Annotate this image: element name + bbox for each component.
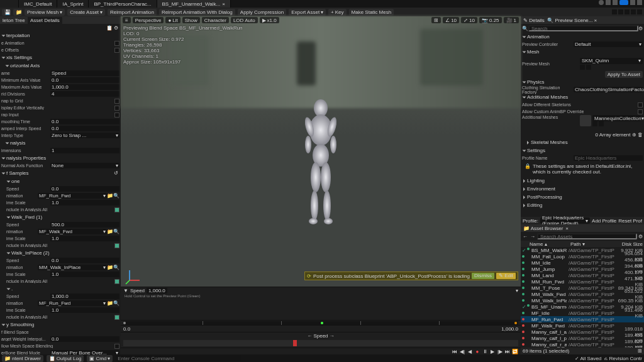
cam-setting[interactable]: 🎥 1 [504, 17, 519, 23]
apply-to-asset-button[interactable]: Apply To Asset [605, 71, 643, 78]
max-axis-input[interactable]: 1,000.0 [50, 84, 119, 90]
dim-input[interactable]: 1 [50, 148, 119, 153]
edit-button[interactable]: ✎ Edit [496, 273, 516, 279]
tab-asset-details[interactable]: Asset Details [28, 17, 62, 24]
add-icon[interactable]: ⊕ [632, 132, 636, 138]
item2-scale[interactable]: 1.0 [50, 272, 119, 277]
close-icon[interactable]: × [565, 226, 569, 231]
viewport-menu[interactable]: ≡ [123, 17, 131, 23]
asset-search[interactable] [537, 233, 637, 239]
item3-anim[interactable]: MF_Run_Fwd▾ [38, 300, 107, 306]
add-profile-button[interactable]: Add Profile [592, 218, 616, 224]
allow-check[interactable] [114, 344, 119, 349]
speed-value[interactable]: 1,000.0 [147, 288, 167, 293]
reset-profile-button[interactable]: Reset Prof [618, 218, 642, 224]
preview-mesh-dropdown[interactable]: SKM_Quinn▾ [580, 58, 643, 64]
item2-anim[interactable]: MM_Walk_InPlace▾ [38, 265, 107, 270]
user-icon[interactable] [599, 0, 604, 5]
asset-row[interactable]: MM_Walk_Fwd/All/Game/TP_FirstP653.522 Ki… [521, 291, 644, 297]
item1-speed[interactable]: 500.0 [50, 222, 119, 228]
speed-dropdown[interactable]: ▶ x1.0 [260, 17, 279, 23]
item2-incl[interactable] [114, 279, 119, 284]
gear-icon[interactable]: ⚙ [114, 25, 118, 30]
create-asset-button[interactable]: Create Asset ▾ [67, 9, 105, 16]
smooth-input[interactable]: 0.0 [50, 119, 119, 124]
asset-drop-icon[interactable]: 📋 [106, 25, 113, 30]
platforms-button[interactable] [619, 0, 628, 5]
display-check[interactable] [114, 106, 119, 111]
marketplace-icon[interactable] [606, 0, 611, 5]
cmd-input[interactable] [116, 356, 242, 361]
anim-mode-icon[interactable] [625, 9, 630, 14]
mesh-mode-icon[interactable] [618, 9, 623, 14]
asset-row[interactable]: MM_Walk_InPlace/All/Game/TP_FirstP690.35… [521, 297, 644, 304]
pause-button[interactable]: ⏸ [482, 348, 488, 354]
character-dropdown[interactable]: Character [202, 17, 229, 23]
tab-bs[interactable]: BS_MF_Unarmed_Walk...× [157, 0, 231, 8]
item0-scale[interactable]: 1.0 [50, 200, 119, 206]
filter-icon[interactable]: ▼ [123, 288, 128, 293]
close-icon[interactable]: × [594, 18, 597, 23]
clear-icon[interactable]: 🗑 [638, 132, 643, 138]
back-button[interactable]: ← [522, 233, 528, 239]
export-button[interactable]: Export Asset ▾ [289, 9, 326, 16]
maximize-icon[interactable] [637, 0, 642, 5]
tab-ia[interactable]: IA_Sprint [57, 0, 89, 8]
scrub-track[interactable] [123, 340, 518, 346]
item0-anim[interactable]: MF_Run_Fwd▾ [38, 193, 107, 199]
lod-dropdown[interactable]: LOD Auto [231, 17, 258, 23]
to-end-button[interactable]: ⏭ [504, 348, 511, 354]
content-drawer-button[interactable]: 📁 ntent Drawer [2, 355, 43, 362]
tab-imc[interactable]: IMC_Default [19, 0, 57, 8]
bone-dropdown[interactable]: Manual Per Bone Over...▾ [50, 350, 119, 354]
browse-icon[interactable]: 📁 [107, 193, 113, 199]
use-icon[interactable]: 🔍 [113, 193, 119, 199]
playhead[interactable] [293, 340, 297, 346]
preview-ctrl-dropdown[interactable]: Default▾ [574, 41, 643, 47]
item0-incl[interactable] [114, 207, 119, 212]
item3-speed[interactable]: 1,000.0 [50, 293, 119, 299]
axis-name-input[interactable]: Speed [50, 70, 119, 76]
filter-icon[interactable]: ⚙ [638, 234, 643, 239]
browse-icon[interactable]: 📁 [107, 300, 113, 306]
allow-diff-check[interactable] [638, 102, 643, 107]
static-mesh-button[interactable]: Make Static Mesh [349, 9, 394, 16]
angle-snap[interactable]: ∠ 10 [443, 17, 459, 23]
tab-preview-scene[interactable]: 🔍 Preview Scene... [547, 18, 592, 23]
asset-row[interactable]: MF_Idle/All/Game/TP_FirstP931.496 KiB [521, 310, 644, 316]
preview-mesh-button[interactable]: Preview Mesh ▾ [25, 9, 65, 16]
record-button[interactable]: ● [474, 348, 480, 354]
close-icon[interactable]: × [222, 1, 225, 7]
cam-speed[interactable]: 📷 0.25 [479, 17, 502, 23]
col-path[interactable]: Path ▾ [570, 241, 618, 247]
use-icon[interactable]: 🔍 [113, 300, 119, 306]
col-size[interactable]: Disk Size [618, 241, 643, 247]
use-offsets-check[interactable] [114, 48, 119, 53]
grid-div-input[interactable]: 4 [50, 91, 119, 97]
scale-snap[interactable]: ⤢ 10 [461, 17, 477, 23]
tab-asset-browser[interactable]: 📁 Asset Browser [523, 226, 563, 231]
asset-row[interactable]: MM_Run_Fwd/All/Game/TP_FirstP471.342 KiB [521, 278, 644, 285]
cmd-dropdown[interactable]: ▣ Cmd ▾ [87, 355, 113, 362]
save-button[interactable]: 💾 [2, 9, 11, 16]
dismiss-button[interactable]: Dismiss [472, 273, 494, 279]
all-saved-label[interactable]: ✓ All Saved [575, 356, 602, 361]
interp-type-dropdown[interactable]: Zero to Snap ...▾ [50, 133, 119, 138]
skeleton-mode-icon[interactable] [612, 9, 617, 14]
output-log-button[interactable]: 📋 Output Log [47, 355, 84, 362]
browse-button[interactable]: 📁 [13, 9, 22, 16]
use-icon[interactable]: 🔍 [113, 265, 119, 270]
fwd-button[interactable]: → [530, 233, 536, 239]
play-back-button[interactable]: ◀ [467, 348, 473, 354]
tab-bp[interactable]: BP_ThirdPersonCharac... [89, 0, 157, 8]
wrap-check[interactable] [114, 112, 119, 118]
details-search[interactable] [528, 25, 638, 31]
snap-check[interactable] [114, 99, 119, 104]
loop-button[interactable]: 🔁 [512, 348, 518, 354]
interpolation-section[interactable]: terpolation [6, 33, 30, 38]
physics-mode-icon[interactable] [637, 9, 642, 14]
revert-icon[interactable]: ↺ [114, 170, 118, 176]
csf-dropdown[interactable]: ChaosClothingSimulationFactory [574, 87, 643, 92]
item2-speed[interactable]: 0.0 [50, 258, 119, 263]
min-axis-input[interactable]: 0.0 [50, 77, 119, 83]
